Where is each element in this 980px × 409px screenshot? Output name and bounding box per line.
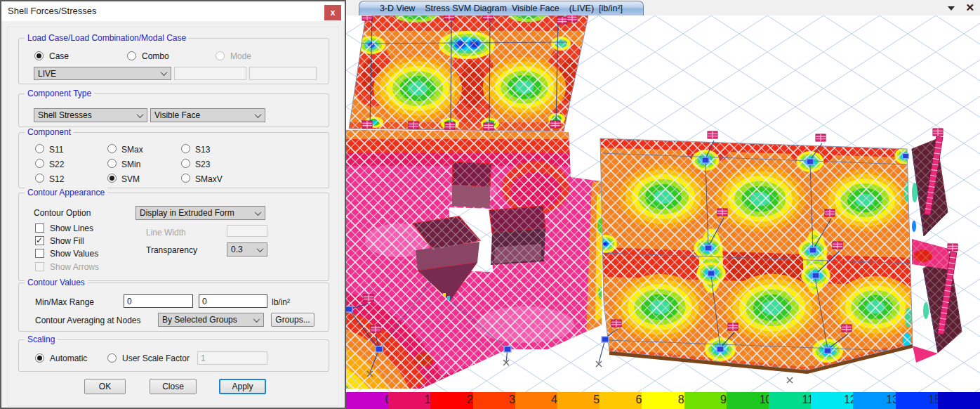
component-type-dropdown-value: Shell Stresses xyxy=(38,110,92,120)
radio-combo[interactable] xyxy=(127,51,136,60)
ok-button[interactable]: OK xyxy=(84,379,126,394)
checkbox-show-fill-label: Show Fill xyxy=(50,236,84,246)
radio-smaxv[interactable] xyxy=(181,174,190,183)
close-icon[interactable]: x xyxy=(324,5,341,20)
scaling-group: Scaling Automatic User Scale Factor 1 xyxy=(18,339,329,372)
face-dropdown-value: Visible Face xyxy=(154,110,200,120)
radio-s12-label: S12 xyxy=(49,174,64,184)
radio-s23[interactable] xyxy=(181,159,190,168)
line-width-label: Line Width xyxy=(146,228,186,238)
view-window-titlebar: 3-D View Stress SVM Diagram Visible Face… xyxy=(346,0,980,15)
radio-mode-label: Mode xyxy=(230,51,251,61)
legend-segment: 23 xyxy=(430,392,472,409)
range-unit-label: lb/in² xyxy=(272,297,290,307)
radio-case-label: Case xyxy=(49,51,69,61)
max-range-input[interactable]: 0 xyxy=(199,294,267,308)
view-tab[interactable]: 3-D View Stress SVM Diagram Visible Face… xyxy=(359,1,644,15)
min-max-range-label: Min/Max Range xyxy=(35,297,94,307)
dialog-titlebar[interactable]: Shell Forces/Stresses x xyxy=(1,1,345,21)
legend-segment: 92 xyxy=(684,392,727,409)
mode-field[interactable] xyxy=(249,67,317,80)
radio-s11-label: S11 xyxy=(49,145,63,155)
radio-s12[interactable] xyxy=(35,174,44,183)
legend-segment: 46 xyxy=(515,392,557,409)
load-case-dropdown-value: LIVE xyxy=(38,69,56,79)
contour-averaging-label: Contour Averaging at Nodes xyxy=(35,316,141,325)
chevron-down-icon[interactable] xyxy=(948,6,955,11)
load-case-dropdown[interactable]: LIVE xyxy=(34,67,171,80)
groups-button[interactable]: Groups... xyxy=(271,313,314,327)
legend-segment: 81 xyxy=(642,392,684,409)
combo-field[interactable] xyxy=(174,67,246,80)
checkbox-show-arrows-label: Show Arrows xyxy=(50,262,99,272)
view-window: 3-D View Stress SVM Diagram Visible Face… xyxy=(346,0,980,409)
transparency-dropdown-value: 0.3 xyxy=(231,245,243,254)
contour-appearance-group: Contour Appearance Contour Option Displa… xyxy=(18,193,329,281)
apply-button[interactable]: Apply xyxy=(219,379,266,394)
contour-option-dropdown-value: Display in Extruded Form xyxy=(140,208,234,218)
averaging-dropdown-value: By Selected Groups xyxy=(162,315,237,325)
radio-svm-label: SVM xyxy=(121,174,140,184)
radio-smaxv-label: SMaxV xyxy=(195,174,223,184)
radio-user-scale[interactable] xyxy=(107,353,117,363)
radio-s22[interactable] xyxy=(35,159,44,168)
legend-segment: 35 xyxy=(473,392,515,409)
component-type-dropdown[interactable]: Shell Stresses xyxy=(34,108,147,122)
radio-smax[interactable] xyxy=(107,144,117,153)
scale-factor-field[interactable]: 1 xyxy=(197,351,267,365)
checkbox-show-values-label: Show Values xyxy=(50,249,98,259)
legend-segment: 12 xyxy=(388,392,430,409)
window-close-icon[interactable]: ✕ xyxy=(965,1,974,15)
radio-s23-label: S23 xyxy=(195,160,210,169)
radio-mode[interactable] xyxy=(216,51,225,60)
radio-svm[interactable] xyxy=(107,174,117,183)
line-width-field[interactable] xyxy=(227,225,267,237)
radio-smin-label: SMin xyxy=(121,160,140,169)
radio-user-scale-label: User Scale Factor xyxy=(122,353,190,363)
component-type-group-label: Component Type xyxy=(25,89,94,98)
legend-segment: 0 xyxy=(346,392,388,409)
transparency-label: Transparency xyxy=(146,245,197,255)
legend-segment: 150 xyxy=(896,392,938,409)
checkbox-show-lines-label: Show Lines xyxy=(50,223,93,233)
floor-plate-upper xyxy=(346,15,599,136)
face-dropdown[interactable]: Visible Face xyxy=(150,108,265,122)
radio-smax-label: SMax xyxy=(121,145,143,155)
contour-option-dropdown[interactable]: Display in Extruded Form xyxy=(135,206,265,220)
legend-segment: 104 xyxy=(727,392,769,409)
radio-case[interactable] xyxy=(34,51,44,60)
legend-segment: 58 xyxy=(557,392,600,409)
checkbox-show-lines[interactable] xyxy=(35,223,44,233)
dialog-title: Shell Forces/Stresses xyxy=(8,1,96,21)
checkbox-show-values[interactable] xyxy=(35,249,44,258)
radio-s22-label: S22 xyxy=(49,160,64,169)
radio-s13[interactable] xyxy=(181,144,190,153)
shell-forces-stresses-dialog: Shell Forces/Stresses x Load Case/Load C… xyxy=(0,0,346,409)
component-options: S11 S22 S12 SMax SMin SVM S13 S23 SMaxV xyxy=(35,143,181,187)
averaging-dropdown[interactable]: By Selected Groups xyxy=(158,313,264,327)
close-button[interactable]: Close xyxy=(150,379,197,394)
radio-smin[interactable] xyxy=(107,159,117,168)
radio-s11[interactable] xyxy=(35,144,44,153)
transparency-dropdown[interactable]: 0.3 xyxy=(227,242,267,257)
checkbox-show-fill[interactable] xyxy=(35,236,44,245)
radio-combo-label: Combo xyxy=(142,51,169,61)
radio-s13-label: S13 xyxy=(195,145,210,155)
stress-legend: 01223354658698192104115127138150 xyxy=(346,392,980,409)
min-range-input[interactable]: 0 xyxy=(124,294,193,308)
model-3d-view[interactable] xyxy=(346,15,980,392)
component-group: Component S11 S22 S12 SMax SMin SVM S13 … xyxy=(18,132,329,188)
load-case-group-label: Load Case/Load Combination/Modal Case xyxy=(25,33,189,43)
legend-segment: 138 xyxy=(853,392,895,409)
contour-values-group-label: Contour Values xyxy=(25,278,88,287)
legend-segment: 115 xyxy=(769,392,811,409)
component-group-label: Component xyxy=(25,127,74,137)
component-type-group: Component Type Shell Stresses Visible Fa… xyxy=(18,93,329,127)
contour-values-group: Contour Values Min/Max Range 0 0 lb/in² … xyxy=(18,283,329,332)
checkbox-show-arrows[interactable] xyxy=(35,262,44,271)
contour-appearance-group-label: Contour Appearance xyxy=(25,188,107,197)
scaling-group-label: Scaling xyxy=(25,335,58,344)
legend-segment: 127 xyxy=(811,392,853,409)
radio-automatic[interactable] xyxy=(35,353,44,363)
legend-segment: 69 xyxy=(600,392,642,409)
